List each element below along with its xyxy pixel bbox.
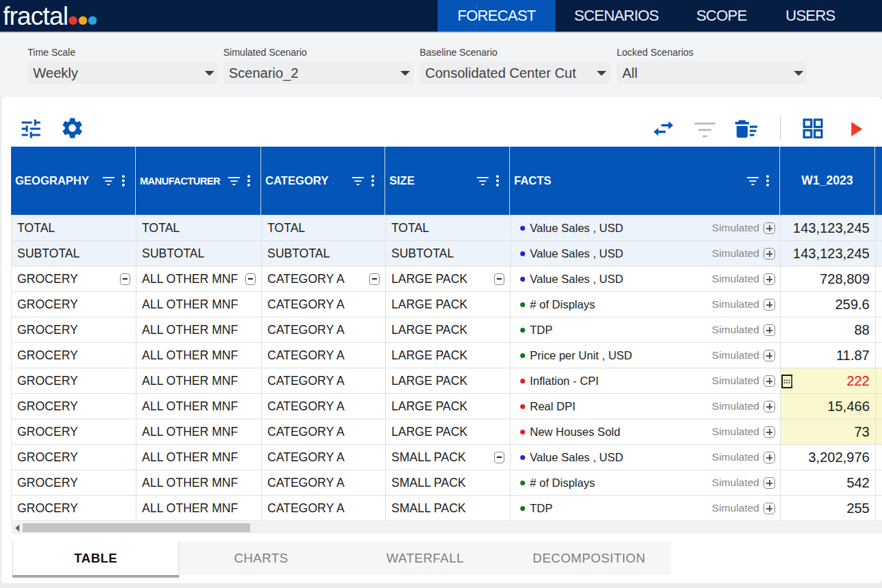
svg-text:fractal: fractal — [3, 2, 68, 30]
